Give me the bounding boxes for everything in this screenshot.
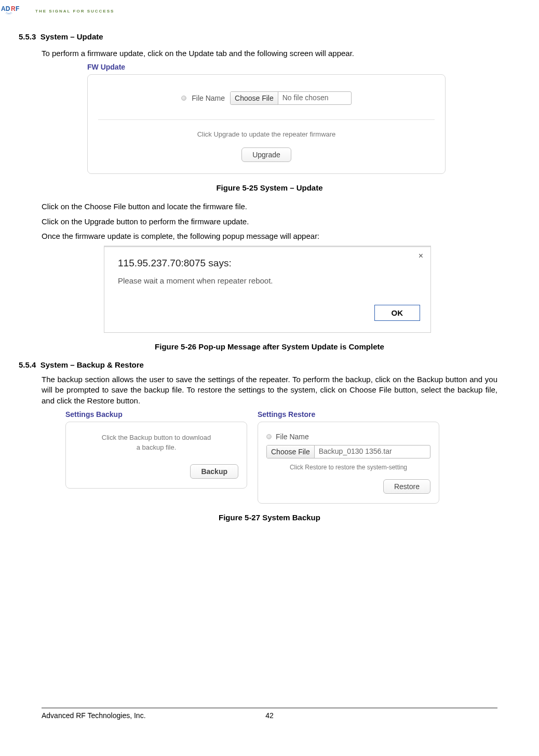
restore-file-input[interactable]: Choose File Backup_0130 1356.tar — [266, 445, 430, 458]
backup-restore-figure: Settings Backup Click the Backup button … — [65, 410, 497, 504]
restore-hint: Click Restore to restore the system-sett… — [266, 464, 430, 471]
restore-title: Settings Restore — [258, 410, 439, 419]
svg-text:F: F — [16, 5, 19, 12]
page-header: AD R F THE SIGNAL FOR SUCCESS — [0, 0, 539, 19]
figure-5-25-caption: Figure 5-25 System – Update — [42, 183, 497, 192]
popup-message: Please wait a moment when repeater reboo… — [118, 276, 420, 285]
divider — [98, 119, 435, 120]
backup-hint: Click the Backup button to download a ba… — [74, 433, 238, 453]
upgrade-hint: Click Upgrade to update the repeater fir… — [98, 130, 435, 138]
backup-column: Settings Backup Click the Backup button … — [65, 410, 247, 504]
popup-figure: × 115.95.237.70:8075 says: Please wait a… — [104, 246, 431, 333]
backup-title: Settings Backup — [65, 410, 247, 419]
restore-file-label: File Name — [276, 433, 309, 441]
section-heading-554: 5.5.4 System – Backup & Restore — [19, 360, 497, 369]
page-footer: Advanced RF Technologies, Inc. 42 — [42, 708, 497, 720]
alert-dialog: × 115.95.237.70:8075 says: Please wait a… — [104, 246, 431, 333]
restore-panel: File Name Choose File Backup_0130 1356.t… — [258, 422, 439, 504]
bullet-icon — [181, 96, 186, 101]
upgrade-button[interactable]: Upgrade — [241, 147, 291, 162]
figure-5-27-caption: Figure 5-27 System Backup — [42, 513, 497, 522]
body-554: The backup section allows the user to sa… — [42, 374, 497, 406]
instr-2: Click on the Upgrade button to perform t… — [42, 217, 497, 227]
adrf-logo: AD R F — [1, 3, 32, 19]
file-name-label: File Name — [192, 94, 225, 102]
fw-update-panel: File Name Choose File No file chosen Cli… — [87, 74, 446, 174]
figure-5-26-caption: Figure 5-26 Pop-up Message after System … — [42, 342, 497, 351]
fw-update-figure: FW Update File Name Choose File No file … — [87, 63, 446, 174]
fw-update-title: FW Update — [87, 63, 446, 71]
restore-file-label-row: File Name — [266, 433, 430, 441]
restore-choose-file-button[interactable]: Choose File — [267, 446, 315, 458]
file-input[interactable]: Choose File No file chosen — [230, 91, 352, 105]
close-icon[interactable]: × — [419, 251, 423, 261]
ok-button[interactable]: OK — [374, 305, 421, 321]
chosen-file-text: No file chosen — [278, 92, 351, 104]
restore-column: Settings Restore File Name Choose File B… — [258, 410, 439, 504]
section-heading-553: 5.5.3 System – Update — [19, 32, 497, 41]
choose-file-button[interactable]: Choose File — [231, 92, 278, 104]
popup-address: 115.95.237.70:8075 says: — [118, 258, 420, 269]
svg-text:R: R — [11, 5, 16, 12]
instr-1: Click on the Choose File button and loca… — [42, 201, 497, 212]
backup-button[interactable]: Backup — [190, 464, 238, 479]
restore-button[interactable]: Restore — [383, 479, 430, 494]
instr-3: Once the firmware update is complete, th… — [42, 231, 497, 241]
footer-page-number: 42 — [265, 711, 274, 720]
logo-tagline: THE SIGNAL FOR SUCCESS — [35, 9, 114, 14]
backup-panel: Click the Backup button to download a ba… — [65, 422, 247, 489]
restore-chosen-file: Backup_0130 1356.tar — [315, 446, 430, 458]
file-row: File Name Choose File No file chosen — [98, 91, 435, 105]
intro-553: To perform a firmware update, click on t… — [42, 48, 497, 59]
bullet-icon — [266, 434, 272, 439]
svg-text:AD: AD — [1, 5, 10, 12]
